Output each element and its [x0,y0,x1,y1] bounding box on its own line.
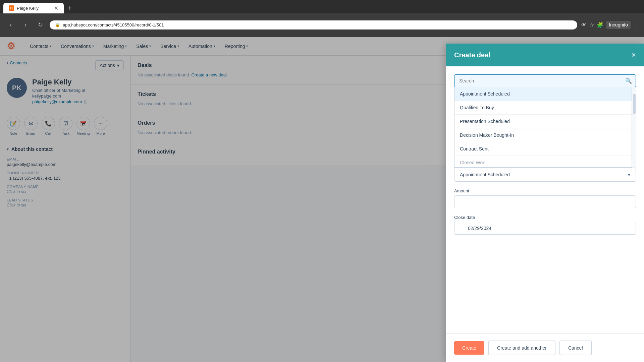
browser-action-icons: 👁 ☆ 🧩 Incognito ⋮ [581,21,639,29]
extensions-icon[interactable]: 🧩 [597,22,603,28]
spy-icon: 👁 [581,22,587,28]
dropdown-scrollbar[interactable] [632,87,636,168]
stage-select-display[interactable]: Appointment Scheduled ▾ [454,168,636,182]
create-deal-modal: Create deal × 🔍 Appointment Scheduled Qu… [446,44,644,362]
dropdown-item-label-3: Decision Maker Bought-In [460,132,514,138]
close-date-group: Close date 📅 [454,215,636,235]
browser-tabs: H Paige Kelly ✕ + [0,0,644,13]
create-btn[interactable]: Create [454,341,484,355]
tab-close-btn[interactable]: ✕ [54,5,58,11]
back-btn[interactable]: ‹ [5,19,16,30]
dropdown-item-closed-won[interactable]: Closed Won [454,156,632,168]
tab-title: Paige Kelly [17,6,39,11]
forward-btn[interactable]: › [20,19,31,30]
tab-favicon: H [9,5,14,11]
deal-stage-group: 🔍 Appointment Scheduled Qualified To Buy… [454,74,636,182]
modal-close-btn[interactable]: × [631,50,636,60]
stage-search-input[interactable] [454,74,636,87]
url-text: app.hubspot.com/contacts/45105500/record… [63,22,164,27]
dropdown-item-label-5: Closed Won [460,160,485,165]
lock-icon: 🔒 [55,22,60,27]
reload-btn[interactable]: ↻ [35,19,46,30]
dropdown-item-label-1: Qualified To Buy [460,105,494,110]
dropdown-item-label-0: Appointment Scheduled [460,91,510,97]
stage-select-arrow: ▾ [628,172,630,177]
stage-dropdown-list: Appointment Scheduled Qualified To Buy P… [454,87,632,168]
amount-group: Amount [454,188,636,208]
bookmark-icon[interactable]: ☆ [589,22,594,28]
dropdown-wrapper: Appointment Scheduled Qualified To Buy P… [454,87,636,168]
profile-icon[interactable]: Incognito [606,21,631,29]
dropdown-item-qualified-to-buy[interactable]: Qualified To Buy [454,101,632,115]
dropdown-item-appointment-scheduled[interactable]: Appointment Scheduled [454,87,632,101]
dropdown-item-label-4: Contract Sent [460,146,489,152]
active-tab[interactable]: H Paige Kelly ✕ [3,3,64,13]
dropdown-item-presentation-scheduled[interactable]: Presentation Scheduled [454,115,632,128]
date-wrapper: 📅 [454,222,636,235]
modal-title: Create deal [454,51,490,59]
modal-footer: Create Create and add another Cancel [446,334,644,362]
dropdown-content: Appointment Scheduled Qualified To Buy P… [454,87,632,168]
close-date-label: Close date [454,215,636,220]
browser-nav-bar: ‹ › ↻ 🔒 app.hubspot.com/contacts/4510550… [0,13,644,36]
dropdown-item-decision-maker[interactable]: Decision Maker Bought-In [454,128,632,142]
dropdown-item-label-2: Presentation Scheduled [460,119,510,124]
close-date-input[interactable] [454,222,636,235]
dropdown-item-contract-sent[interactable]: Contract Sent [454,142,632,156]
new-tab-btn[interactable]: + [65,3,74,13]
search-container: 🔍 [454,74,636,87]
stage-selected-label: Appointment Scheduled [460,172,510,177]
menu-icon[interactable]: ⋮ [633,22,639,28]
amount-input[interactable] [454,195,636,208]
dropdown-scrollbar-thumb [633,94,636,114]
browser-chrome: H Paige Kelly ✕ + ‹ › ↻ 🔒 app.hubspot.co… [0,0,644,37]
modal-header: Create deal × [446,44,644,66]
modal-body: 🔍 Appointment Scheduled Qualified To Buy… [446,66,644,334]
cancel-btn[interactable]: Cancel [559,341,592,355]
address-bar[interactable]: 🔒 app.hubspot.com/contacts/45105500/reco… [50,20,577,29]
search-icon: 🔍 [625,78,632,84]
amount-label: Amount [454,188,636,193]
create-and-add-another-btn[interactable]: Create and add another [488,341,555,355]
